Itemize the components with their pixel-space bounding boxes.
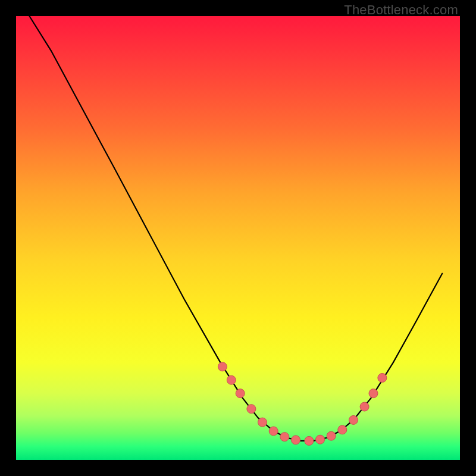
svg-point-15 [378,374,387,383]
svg-point-7 [292,436,300,444]
svg-point-8 [305,436,314,445]
svg-point-4 [258,418,267,427]
svg-point-0 [218,362,227,371]
marker-points [218,362,387,446]
svg-point-14 [369,389,378,398]
svg-point-9 [316,435,325,444]
svg-point-11 [338,425,347,434]
plot-area [16,16,460,460]
svg-point-12 [349,415,358,424]
svg-point-1 [227,375,236,384]
svg-point-3 [247,405,256,414]
svg-point-2 [236,389,245,398]
svg-point-6 [280,433,289,441]
svg-point-5 [269,427,278,436]
chart-svg [16,16,460,460]
svg-point-13 [360,402,369,411]
svg-point-10 [327,431,336,440]
chart-container: TheBottleneck.com [0,0,476,476]
